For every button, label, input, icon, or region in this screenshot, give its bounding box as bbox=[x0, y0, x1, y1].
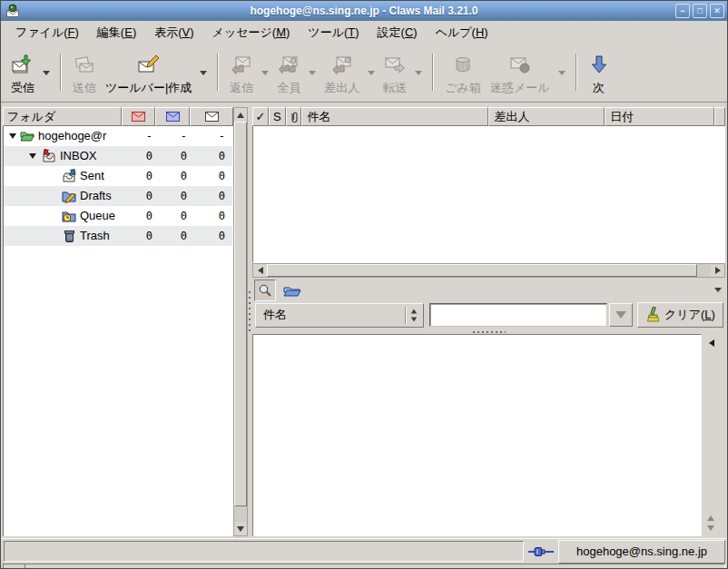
unread-column-header[interactable] bbox=[155, 107, 190, 126]
expander-icon[interactable] bbox=[9, 133, 16, 139]
menu-message[interactable]: メッセージ(M) bbox=[203, 22, 300, 44]
account-selector-label: hogehoge@ns.sing.ne.jp bbox=[576, 544, 707, 558]
reply-all-label: 全員 bbox=[277, 80, 300, 96]
send-button[interactable]: 送信 bbox=[68, 46, 101, 100]
compose-button[interactable]: ツールバー|作成 bbox=[101, 46, 196, 100]
menu-file[interactable]: ファイル(F) bbox=[6, 22, 88, 44]
titlebar[interactable]: hogehoge@ns.sing.ne.jp - Claws Mail 3.21… bbox=[1, 1, 727, 21]
date-column-header[interactable]: 日付 bbox=[605, 107, 714, 126]
folder-label: Sent bbox=[80, 166, 104, 186]
trash-folder-icon bbox=[62, 229, 76, 243]
search-folder-icon[interactable] bbox=[283, 283, 301, 298]
folder-row-account[interactable]: hogehoge@r - - - bbox=[4, 126, 232, 146]
folder-row-inbox[interactable]: INBOX 0 0 0 bbox=[4, 146, 232, 166]
attachment-column-header[interactable] bbox=[286, 107, 302, 126]
reply-button[interactable]: 返信 bbox=[225, 46, 258, 100]
search-toggle-button[interactable] bbox=[254, 280, 276, 301]
message-view-text[interactable] bbox=[252, 334, 702, 536]
status-column-header[interactable]: S bbox=[269, 107, 286, 126]
folder-pane: フォルダ bbox=[3, 107, 248, 536]
unread-count: 0 bbox=[160, 146, 187, 166]
new-mail-icon bbox=[132, 112, 145, 122]
new-count: - bbox=[125, 126, 152, 146]
trash-icon bbox=[452, 52, 474, 77]
menu-help[interactable]: ヘルプ(H) bbox=[427, 22, 497, 44]
quick-search-bar bbox=[252, 278, 725, 302]
pane-splitter-grip[interactable] bbox=[249, 291, 251, 331]
scrollbar-thumb[interactable] bbox=[267, 264, 697, 277]
scroll-left-arrow[interactable] bbox=[253, 264, 267, 277]
reply-dropdown-arrow[interactable] bbox=[258, 46, 272, 100]
search-icon bbox=[258, 283, 272, 298]
folder-row-drafts[interactable]: Drafts 0 0 0 bbox=[4, 186, 232, 206]
online-status[interactable] bbox=[524, 545, 558, 558]
search-input[interactable] bbox=[429, 303, 607, 327]
next-button[interactable]: 次 bbox=[584, 46, 615, 100]
search-history-arrow-button[interactable] bbox=[609, 303, 633, 327]
account-folder-icon bbox=[20, 129, 34, 143]
toolbar-separator bbox=[432, 54, 434, 91]
search-criteria-combo[interactable]: 件名 bbox=[255, 303, 424, 328]
claws-mail-window: hogehoge@ns.sing.ne.jp - Claws Mail 3.21… bbox=[0, 0, 728, 569]
message-pane: ✓ S 件名 差出人 日付 bbox=[252, 107, 725, 536]
minimize-button[interactable]: − bbox=[675, 4, 690, 18]
folder-row-trash[interactable]: Trash 0 0 0 bbox=[4, 226, 232, 246]
receive-button[interactable]: 受信 bbox=[6, 46, 39, 100]
queue-folder-icon bbox=[62, 209, 76, 223]
network-plug-icon bbox=[528, 545, 554, 558]
expander-icon[interactable] bbox=[29, 153, 36, 159]
toolbar-separator bbox=[60, 54, 62, 91]
message-list-body[interactable] bbox=[252, 126, 725, 263]
marked-column-header[interactable]: ✓ bbox=[252, 107, 269, 126]
total-count: 0 bbox=[198, 206, 225, 226]
collapse-mime-arrow[interactable] bbox=[709, 339, 714, 347]
menu-configuration[interactable]: 設定(C) bbox=[369, 22, 427, 44]
trash-button[interactable]: ごみ箱 bbox=[440, 46, 486, 100]
scrollbar-thumb[interactable] bbox=[234, 122, 247, 506]
folder-row-sent[interactable]: Sent 0 0 0 bbox=[4, 166, 232, 186]
mail-receive-icon bbox=[12, 52, 34, 77]
reply-icon bbox=[231, 52, 252, 77]
quick-search-controls: 件名 クリア(L) bbox=[252, 302, 725, 329]
trash-label: ごみ箱 bbox=[445, 80, 481, 96]
scroll-up-arrow[interactable] bbox=[234, 108, 247, 122]
reply-all-button[interactable]: 全員 bbox=[272, 46, 305, 100]
clear-search-button[interactable]: クリア(L) bbox=[637, 302, 723, 328]
maximize-button[interactable]: □ bbox=[693, 4, 707, 18]
reply-label: 返信 bbox=[230, 80, 253, 96]
mime-prev-arrow[interactable] bbox=[707, 515, 714, 521]
new-count: 0 bbox=[125, 226, 152, 246]
receive-dropdown-arrow[interactable] bbox=[39, 46, 54, 100]
scroll-right-arrow[interactable] bbox=[711, 264, 724, 277]
folder-label: INBOX bbox=[60, 146, 96, 166]
total-column-header[interactable] bbox=[190, 107, 233, 126]
reply-sender-dropdown-arrow[interactable] bbox=[364, 46, 379, 100]
reply-all-dropdown-arrow[interactable] bbox=[305, 46, 320, 100]
scroll-down-arrow[interactable] bbox=[234, 522, 247, 535]
folder-scrollbar[interactable] bbox=[233, 107, 248, 536]
new-column-header[interactable] bbox=[122, 107, 155, 126]
spam-dropdown-arrow[interactable] bbox=[555, 46, 569, 100]
menu-tools[interactable]: ツール(T) bbox=[299, 22, 368, 44]
reply-sender-button[interactable]: 差出人 bbox=[320, 46, 364, 100]
paperclip-icon bbox=[290, 111, 299, 123]
close-button[interactable]: ✕ bbox=[710, 4, 724, 18]
search-options-arrow[interactable] bbox=[714, 288, 722, 292]
compose-dropdown-arrow[interactable] bbox=[196, 46, 211, 100]
forward-button[interactable]: 転送 bbox=[379, 46, 411, 100]
message-list-hscrollbar[interactable] bbox=[252, 263, 725, 278]
forward-dropdown-arrow[interactable] bbox=[411, 46, 426, 100]
folder-row-queue[interactable]: Queue 0 0 0 bbox=[4, 206, 232, 226]
account-selector-button[interactable]: hogehoge@ns.sing.ne.jp bbox=[558, 540, 725, 564]
total-mail-icon bbox=[205, 112, 219, 122]
message-view bbox=[252, 334, 725, 536]
menu-view[interactable]: 表示(V) bbox=[145, 22, 202, 44]
new-count: 0 bbox=[125, 206, 152, 226]
from-column-header[interactable]: 差出人 bbox=[488, 107, 605, 126]
header-stub bbox=[714, 107, 725, 126]
folder-column-header[interactable]: フォルダ bbox=[3, 107, 122, 126]
menu-edit[interactable]: 編集(E) bbox=[88, 22, 145, 44]
mime-next-arrow[interactable] bbox=[707, 525, 714, 531]
subject-column-header[interactable]: 件名 bbox=[301, 107, 488, 126]
spam-button[interactable]: 迷惑メール bbox=[486, 46, 555, 100]
